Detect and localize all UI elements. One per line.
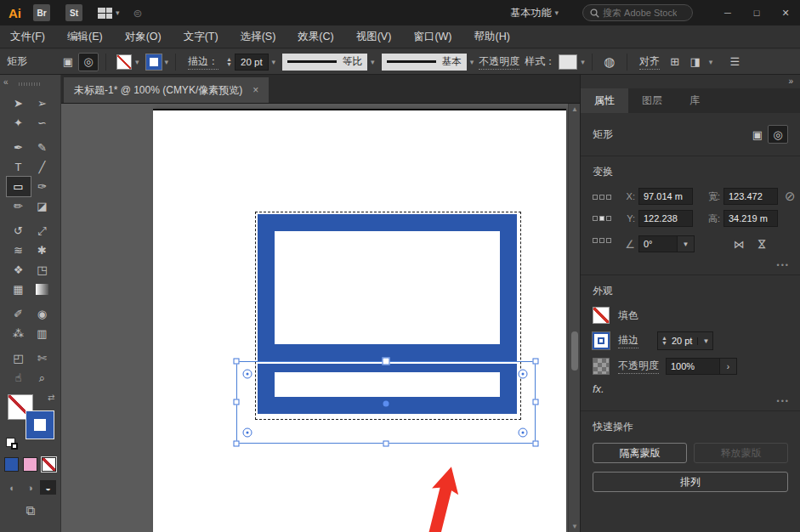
align-panel-link[interactable]: 对齐 <box>639 54 660 70</box>
draw-inside-icon[interactable]: ◒ <box>40 480 56 495</box>
opacity-panel-link[interactable]: 不透明度 <box>618 359 659 374</box>
corner-radius-widget[interactable] <box>519 370 528 379</box>
scrollbar-thumb[interactable] <box>571 331 578 371</box>
search-input[interactable]: 搜索 Adobe Stock <box>582 4 693 21</box>
color-swatch-blue[interactable] <box>4 457 19 472</box>
graph-tool[interactable]: ▥ <box>31 324 54 343</box>
collapse-panel-icon[interactable]: » <box>788 76 793 86</box>
shape-builder-tool[interactable]: ❖ <box>7 260 31 280</box>
fill-color-swatch[interactable] <box>116 54 132 70</box>
tools-drag-handle[interactable] <box>19 82 41 86</box>
y-field[interactable] <box>638 210 693 227</box>
stock-button[interactable]: St <box>65 4 82 21</box>
draw-normal-icon[interactable]: ◐ <box>4 480 20 495</box>
paintbrush-tool[interactable]: ✑ <box>31 177 54 196</box>
chevron-down-icon[interactable]: ▾ <box>581 58 585 66</box>
scroll-down-icon[interactable]: ▼ <box>569 523 580 530</box>
menu-edit[interactable]: 编辑(E) <box>67 30 103 44</box>
menu-select[interactable]: 选择(S) <box>241 30 276 44</box>
opacity-panel-link[interactable]: 不透明度 <box>479 54 519 70</box>
selection-handle[interactable] <box>234 399 240 405</box>
perspective-grid-tool[interactable]: ◳ <box>31 260 54 280</box>
scroll-up-icon[interactable]: ▲ <box>569 105 580 113</box>
stroke-panel-link[interactable]: 描边： <box>188 54 218 70</box>
color-swatch-pink[interactable] <box>23 457 37 472</box>
puppet-warp-tool[interactable]: ✱ <box>31 241 54 260</box>
chevron-down-icon[interactable]: ▾ <box>165 58 169 66</box>
opacity-value-field[interactable]: 100% <box>666 358 720 375</box>
selection-handle[interactable] <box>533 359 539 365</box>
close-tab-icon[interactable]: × <box>252 84 258 96</box>
transform-more-options[interactable]: ••• <box>777 261 790 269</box>
minimize-button[interactable]: ─ <box>713 0 742 25</box>
width-profile-dropdown[interactable]: 等比 <box>282 54 367 71</box>
chevron-down-icon[interactable]: ▾ <box>470 58 474 66</box>
scale-tool[interactable]: ⤢ <box>31 221 54 241</box>
globe-icon[interactable]: ◍ <box>599 53 620 71</box>
brush-definition-dropdown[interactable]: 基本 <box>382 54 467 71</box>
document-tab[interactable]: 未标题-1* @ 100% (CMYK/像素预览) × <box>64 77 269 103</box>
maximize-button[interactable]: □ <box>742 0 771 25</box>
stroke-color-swatch[interactable] <box>146 54 162 70</box>
flip-horizontal-icon[interactable]: ⋈ <box>734 238 745 251</box>
selection-handle[interactable] <box>234 441 240 447</box>
opacity-swatch[interactable] <box>593 358 610 375</box>
graphic-style-swatch[interactable] <box>559 54 577 70</box>
rotate-tool[interactable]: ↺ <box>7 221 31 241</box>
arrange-shapes-icon[interactable]: ◨ <box>685 53 706 71</box>
link-dimensions-icon[interactable]: ⊘ <box>785 189 796 204</box>
hand-tool[interactable]: ☝ <box>7 368 31 388</box>
pen-tool[interactable]: ✒ <box>7 138 31 157</box>
arrange-documents-button[interactable]: ▾ <box>98 8 120 19</box>
shaper-tool[interactable]: ✏ <box>7 196 31 216</box>
stroke-weight-control[interactable]: ▲▼ 20 pt ▼ <box>657 331 713 350</box>
stroke-weight-stepper[interactable]: ▲▼ <box>226 57 232 67</box>
chevron-down-icon[interactable]: ▾ <box>371 58 375 66</box>
tab-properties[interactable]: 属性 <box>581 88 628 113</box>
selection-handle[interactable] <box>234 359 240 365</box>
selection-handle[interactable] <box>533 399 539 405</box>
menu-view[interactable]: 视图(V) <box>356 30 392 44</box>
workspace-switcher[interactable]: 基本功能 ▾ <box>510 6 559 20</box>
stroke-panel-link[interactable]: 描边 <box>618 333 638 348</box>
eyedropper-tool[interactable]: ✐ <box>7 304 31 324</box>
chevron-down-icon[interactable]: ▾ <box>709 58 713 66</box>
align-objects-icon[interactable]: ⊞ <box>665 53 685 71</box>
tab-layers[interactable]: 图层 <box>628 88 676 113</box>
corner-radius-widget[interactable] <box>243 370 252 379</box>
control-bar-menu-icon[interactable]: ☰ <box>724 53 745 71</box>
rotate-angle-dropdown[interactable]: 0° ▼ <box>638 235 695 252</box>
canvas[interactable]: ▲ ▼ <box>61 104 580 532</box>
default-fill-stroke-icon[interactable] <box>6 438 15 447</box>
menu-object[interactable]: 对象(O) <box>125 30 162 44</box>
reference-point-locator[interactable] <box>593 195 611 258</box>
selection-center-point[interactable] <box>383 401 389 407</box>
menu-type[interactable]: 文字(T) <box>184 30 218 44</box>
share-screen-icon[interactable]: ⊜ <box>133 7 143 20</box>
blend-tool[interactable]: ◉ <box>31 304 54 324</box>
center-point-toggle[interactable]: ◎ <box>78 53 99 71</box>
mesh-tool[interactable]: ▦ <box>7 280 31 299</box>
stroke-swatch[interactable] <box>593 332 610 349</box>
stroke-proxy[interactable] <box>26 411 54 439</box>
menu-help[interactable]: 帮助(H) <box>474 30 510 44</box>
artboard-tool[interactable]: ◰ <box>7 348 31 368</box>
chevron-down-icon[interactable]: ▾ <box>272 58 276 66</box>
selection-handle[interactable] <box>383 358 390 365</box>
menu-effect[interactable]: 效果(C) <box>298 30 333 44</box>
arrange-button[interactable]: 排列 <box>593 472 788 492</box>
center-point-toggle[interactable]: ◎ <box>768 125 788 144</box>
x-field[interactable] <box>638 188 693 205</box>
width-field[interactable] <box>723 188 778 205</box>
rectangle-tool[interactable]: ▭ <box>7 177 31 196</box>
lasso-tool[interactable]: ∽ <box>31 113 54 133</box>
tab-libraries[interactable]: 库 <box>676 88 713 113</box>
slice-tool[interactable]: ✄ <box>31 348 54 368</box>
gradient-tool[interactable] <box>31 280 54 299</box>
stroke-weight-value[interactable]: 20 pt <box>235 54 269 71</box>
fill-swatch[interactable] <box>593 307 610 324</box>
corner-radius-widget[interactable] <box>243 428 252 438</box>
flip-vertical-icon[interactable]: ⋈ <box>756 239 769 250</box>
selection-handle[interactable] <box>533 441 539 447</box>
corner-widget-toggle[interactable]: ▣ <box>58 53 78 71</box>
